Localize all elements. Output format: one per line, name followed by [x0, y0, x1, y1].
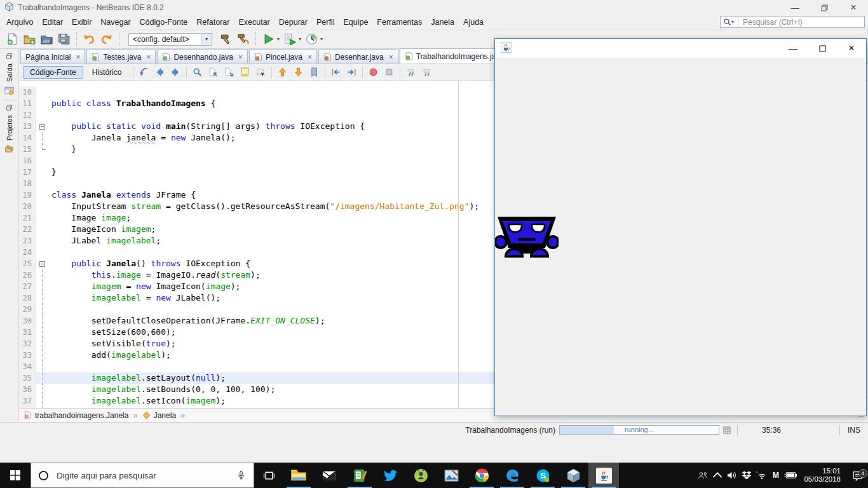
menu-item-depurar[interactable]: Depurar	[275, 17, 312, 28]
tray-wifi-icon[interactable]: *	[754, 471, 768, 480]
undo-button[interactable]	[81, 31, 98, 48]
taskbar-notes-app-button[interactable]	[344, 463, 375, 488]
build-button[interactable]	[217, 31, 234, 48]
menu-item-perfil[interactable]: Perfil	[312, 17, 339, 28]
close-icon[interactable]: ×	[837, 39, 866, 58]
tab-desenhando-java[interactable]: Desenhando.java×	[157, 50, 247, 64]
find-prev-button[interactable]	[205, 65, 221, 79]
menu-item-ferramentas[interactable]: Ferramentas	[372, 17, 426, 28]
taskbar-chrome-button[interactable]	[466, 463, 497, 488]
tray-volume-icon[interactable]	[724, 471, 739, 480]
tab-close-icon[interactable]: ×	[389, 53, 393, 62]
breadcrumb-item-janela[interactable]: Janela	[142, 411, 176, 420]
taskbar-edge-button[interactable]	[497, 463, 527, 488]
quick-search[interactable]: ▾ Pesquisar (Ctrl+I)	[720, 16, 865, 28]
taskbar-skype-button[interactable]: S	[527, 463, 558, 488]
open-project-button[interactable]	[38, 31, 55, 48]
forward-button[interactable]	[168, 65, 184, 79]
menu-item-codigo-fonte[interactable]: Código-Fonte	[135, 17, 193, 28]
menu-item-refatorar[interactable]: Refatorar	[192, 17, 234, 28]
tab-pagina-inicial[interactable]: Página Inicial×	[20, 50, 85, 64]
fold-guide	[36, 281, 49, 292]
prev-bookmark-button[interactable]	[275, 65, 290, 79]
menu-item-navegar[interactable]: Navegar	[96, 17, 135, 28]
tray-battery-icon[interactable]	[783, 471, 797, 480]
shift-right-button[interactable]	[344, 65, 360, 79]
tab-close-icon[interactable]: ×	[76, 53, 80, 62]
tab-close-icon[interactable]: ×	[308, 53, 312, 62]
close-icon[interactable]: ×	[839, 0, 868, 15]
taskbar-file-explorer-button[interactable]	[283, 463, 314, 488]
history-view-button[interactable]: Histórico	[86, 66, 128, 79]
uncomment-button[interactable]	[419, 65, 435, 79]
find-button[interactable]	[189, 65, 205, 79]
new-project-button[interactable]	[21, 31, 38, 48]
rail-item-projetos[interactable]: Projetos	[0, 100, 18, 154]
save-all-button[interactable]	[55, 31, 72, 48]
new-file-button[interactable]	[4, 31, 21, 48]
taskbar-search-input[interactable]: Digite aqui para pesquisar	[31, 463, 254, 488]
rect-select-button[interactable]	[253, 65, 269, 79]
clean-build-button[interactable]	[234, 31, 252, 48]
tray-chevron-up-icon[interactable]	[710, 471, 724, 480]
tray-m-icon[interactable]: M	[768, 471, 783, 480]
task-view-icon[interactable]	[254, 463, 283, 488]
shift-left-button[interactable]	[328, 65, 344, 79]
taskbar-java-app-button[interactable]	[588, 463, 619, 488]
debug-button[interactable]	[281, 31, 299, 48]
code-fold-icon[interactable]	[36, 258, 49, 269]
start-button[interactable]	[0, 463, 31, 488]
toggle-highlight-button[interactable]	[237, 65, 253, 79]
tab-pincel-java[interactable]: Pincel.java×	[249, 50, 317, 64]
taskbar-netbeans-cube-button[interactable]	[558, 463, 588, 488]
taskbar-clock[interactable]: 15:01 05/03/2018	[797, 467, 846, 484]
last-edit-button[interactable]	[136, 65, 152, 79]
netbeans-logo-icon	[4, 2, 14, 14]
menu-item-editar[interactable]: Editar	[37, 17, 67, 28]
chevron-down-icon[interactable]: ▾	[201, 34, 212, 45]
tray-dropbox-icon[interactable]	[739, 471, 754, 480]
menu-item-ajuda[interactable]: Ajuda	[459, 17, 488, 28]
tray-people-icon[interactable]	[695, 471, 710, 480]
menu-item-equipe[interactable]: Equipe	[339, 17, 372, 28]
find-next-button[interactable]	[221, 65, 237, 79]
minimize-icon[interactable]: —	[780, 0, 810, 15]
tab-desenhar-java[interactable]: Desenhar.java×	[318, 50, 398, 64]
menu-item-arquivo[interactable]: Arquivo	[2, 17, 37, 28]
chevron-down-icon[interactable]: ▾	[320, 36, 323, 42]
menu-item-exibir[interactable]: Exibir	[67, 17, 96, 28]
restore-icon[interactable]	[810, 0, 839, 15]
progress-bar[interactable]: running...	[559, 425, 719, 435]
search-icon[interactable]: ▾	[721, 17, 739, 27]
record-macro-button[interactable]	[365, 65, 381, 79]
run-button[interactable]	[260, 31, 277, 48]
action-center-icon[interactable]: 4	[846, 470, 868, 481]
taskbar-twitter-button[interactable]	[375, 463, 405, 488]
chevron-down-icon[interactable]: ▾	[277, 36, 280, 42]
next-bookmark-button[interactable]	[290, 65, 306, 79]
tab-close-icon[interactable]: ×	[238, 53, 243, 62]
tab-close-icon[interactable]: ×	[146, 53, 151, 62]
rail-item-saida[interactable]: Saída	[0, 49, 18, 95]
chevron-down-icon[interactable]: ▾	[299, 36, 301, 42]
menu-item-executar[interactable]: Executar	[234, 17, 274, 28]
taskbar-image-editor-button[interactable]	[436, 463, 466, 488]
stop-macro-button[interactable]	[381, 65, 397, 79]
config-select[interactable]: <config. default>▾	[128, 33, 212, 46]
menu-item-janela[interactable]: Janela	[426, 17, 459, 28]
code-fold-icon[interactable]	[36, 121, 49, 132]
redo-button[interactable]	[98, 31, 115, 48]
taskbar-android-studio-button[interactable]	[405, 463, 436, 488]
process-grid-icon[interactable]	[723, 426, 731, 434]
profile-button[interactable]	[303, 31, 320, 48]
comment-button[interactable]	[403, 65, 419, 79]
microphone-icon[interactable]	[236, 470, 246, 480]
back-button[interactable]	[152, 65, 168, 79]
source-view-button[interactable]: Código-Fonte	[23, 66, 83, 79]
toggle-bookmark-button[interactable]	[306, 65, 322, 79]
tab-testes-java[interactable]: Testes.java×	[86, 50, 156, 64]
maximize-icon[interactable]	[808, 39, 837, 58]
taskbar-mail-button[interactable]	[314, 463, 344, 488]
breadcrumb-item-trabalhandoimagens-janela[interactable]: trabalhandoimagens.Janela	[24, 411, 128, 420]
minimize-icon[interactable]: —	[778, 39, 808, 58]
